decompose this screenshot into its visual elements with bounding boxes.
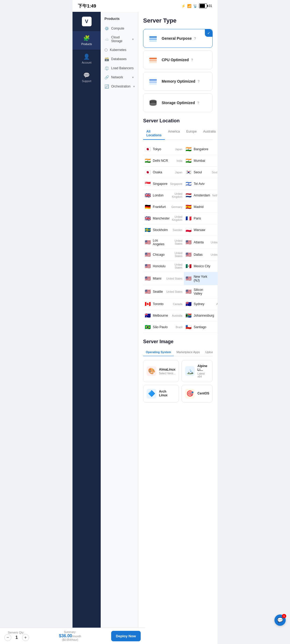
location-item-singapore[interactable]: 🇸🇬 Singapore Singapore — [143, 178, 184, 190]
location-item-mumbai[interactable]: 🇮🇳 Mumbai India — [184, 155, 218, 167]
location-item-melbourne[interactable]: 🇦🇺 Melbourne Australia — [143, 310, 184, 321]
flag-icon: 🇺🇸 — [145, 252, 151, 258]
os-icon-alpine: 🏔️ — [185, 366, 195, 376]
location-item-madrid[interactable]: 🇪🇸 Madrid Spain — [184, 201, 218, 213]
svg-rect-4 — [149, 60, 157, 61]
location-name: Paris — [194, 217, 216, 220]
location-name: Singapore — [153, 182, 168, 186]
flag-icon: 🇺🇸 — [145, 263, 151, 269]
account-icon: 👤 — [83, 53, 90, 60]
location-item-toronto[interactable]: 🇨🇦 Toronto Canada — [143, 298, 184, 310]
location-item-seoul[interactable]: 🇰🇷 Seoul South Korea — [184, 167, 218, 178]
location-item-silicon-valley[interactable]: 🇺🇸 Silicon Valley United States — [184, 285, 218, 298]
location-item-johannesburg[interactable]: 🇿🇦 Johannesburg South Africa — [184, 310, 218, 321]
type-card-memory[interactable]: Memory Optimized ? — [143, 72, 213, 91]
summary-per-hour: ($0.054/hour) — [73, 638, 108, 641]
cpu-help: ? — [191, 58, 193, 62]
os-name-almalinux: AlmaLinux — [159, 368, 175, 371]
location-item-amsterdam[interactable]: 🇳🇱 Amsterdam Netherlands — [184, 190, 218, 201]
location-item-miami[interactable]: 🇺🇸 Miami United States — [143, 272, 184, 285]
memory-optimized-name: Memory Optimized — [162, 79, 195, 83]
location-country: Australia — [216, 303, 218, 306]
tab-america[interactable]: America — [165, 127, 183, 140]
location-item-new-york-(nj)[interactable]: 🇺🇸 New York (NJ) United States — [184, 272, 218, 285]
general-purpose-name: General Purpose — [162, 36, 192, 41]
page-title: Server Type — [143, 17, 213, 24]
location-name: Los Angeles — [153, 239, 167, 246]
location-item-sydney[interactable]: 🇦🇺 Sydney Australia — [184, 298, 218, 310]
menu-item-network[interactable]: 🔗 Network ▼ — [101, 73, 138, 82]
network-menu-label: Network — [111, 75, 123, 79]
svg-rect-8 — [149, 83, 157, 85]
flag-icon: 🇩🇪 — [145, 204, 151, 210]
location-item-atlanta[interactable]: 🇺🇸 Atlanta United States — [184, 236, 218, 249]
location-item-mexico-city[interactable]: 🇲🇽 Mexico City Mexico — [184, 261, 218, 272]
menu-item-cloud-storage[interactable]: ☁️ Cloud Storage ▼ — [101, 33, 138, 45]
location-item-delhi-ncr[interactable]: 🇮🇳 Delhi NCR India — [143, 155, 184, 167]
os-card-almalinux[interactable]: 🎨 AlmaLinux Select Versi... — [143, 360, 179, 382]
location-item-dallas[interactable]: 🇺🇸 Dallas United States — [184, 249, 218, 261]
location-item-tel-aviv[interactable]: 🇮🇱 Tel Aviv Israel — [184, 178, 218, 190]
cpu-optimized-name: CPU Optimized — [162, 58, 189, 62]
os-grid: 🎨 AlmaLinux Select Versi... 🏔️ Alpine Li… — [143, 360, 213, 402]
os-card-alpine[interactable]: 🏔️ Alpine Li... Latest x64 — [182, 360, 213, 382]
menu-item-databases[interactable]: 🗃️ Databases — [101, 54, 138, 64]
compute-menu-icon: ⚙️ — [104, 26, 109, 31]
deploy-now-button[interactable]: Deploy Now — [111, 631, 141, 641]
svg-rect-7 — [149, 81, 157, 83]
os-icon-almalinux: 🎨 — [147, 366, 156, 376]
logo-icon[interactable]: V — [82, 17, 92, 26]
status-time: 下午1:49 — [78, 3, 96, 9]
location-name: São Paulo — [153, 325, 173, 329]
location-item-london[interactable]: 🇬🇧 London United Kingdom — [143, 190, 184, 201]
tab-marketplace[interactable]: Marketplace Apps — [174, 348, 202, 356]
location-name: Toronto — [153, 302, 171, 306]
location-item-chicago[interactable]: 🇺🇸 Chicago United States — [143, 249, 184, 261]
tab-europe[interactable]: Europe — [183, 127, 200, 140]
tab-upload-iso[interactable]: Upload ISO — [203, 348, 213, 356]
menu-item-load-balancers[interactable]: ⚖️ Load Balancers — [101, 64, 138, 73]
location-item-los-angeles[interactable]: 🇺🇸 Los Angeles United States — [143, 236, 184, 249]
type-card-storage[interactable]: Storage Optimized ? — [143, 93, 213, 112]
location-item-stockholm[interactable]: 🇸🇪 Stockholm Sweden — [143, 224, 184, 236]
flag-icon: 🇵🇱 — [186, 227, 191, 233]
sidebar-item-products[interactable]: 🧩 Products — [73, 31, 101, 50]
menu-item-compute[interactable]: ⚙️ Compute — [101, 24, 138, 33]
location-country: United States — [211, 253, 218, 256]
tab-australia[interactable]: Australia — [200, 127, 218, 140]
location-item-paris[interactable]: 🇫🇷 Paris France — [184, 213, 218, 224]
location-item-seattle[interactable]: 🇺🇸 Seattle United States — [143, 285, 184, 298]
location-name: Seattle — [153, 290, 164, 294]
menu-item-orchestration[interactable]: 🔄 Orchestration ▼ — [101, 82, 138, 91]
location-item-osaka[interactable]: 🇯🇵 Osaka Japan — [143, 167, 184, 178]
location-item-frankfurt[interactable]: 🇩🇪 Frankfurt Germany — [143, 201, 184, 213]
orchestration-menu-icon: 🔄 — [104, 84, 109, 89]
storage-help: ? — [197, 101, 199, 105]
location-country: United States — [168, 263, 182, 269]
tab-all-locations[interactable]: All Locations — [143, 127, 165, 140]
tab-os[interactable]: Operating System — [143, 348, 174, 356]
sidebar-item-account[interactable]: 👤 Account — [73, 50, 101, 68]
os-card-centos[interactable]: 🎯 CentOS — [182, 385, 213, 402]
sidebar-item-support[interactable]: 💬 Support — [73, 68, 101, 87]
sidebar-products-label: Products — [81, 43, 92, 46]
battery-icon — [199, 3, 207, 8]
location-item-são-paulo[interactable]: 🇧🇷 São Paulo Brazil — [143, 321, 184, 333]
type-card-cpu[interactable]: CPU Optimized ? — [143, 50, 213, 69]
location-country: South Korea — [212, 171, 218, 174]
kubernetes-menu-icon: ⬡ — [104, 48, 108, 52]
flag-icon: 🇧🇷 — [145, 324, 151, 330]
location-item-honolulu[interactable]: 🇺🇸 Honolulu United States — [143, 261, 184, 272]
compute-menu-label: Compute — [111, 27, 124, 30]
menu-item-kubernetes[interactable]: ⬡ Kubernetes — [101, 45, 138, 54]
location-item-santiago[interactable]: 🇨🇱 Santiago Chile — [184, 321, 218, 333]
location-item-warsaw[interactable]: 🇵🇱 Warsaw Poland — [184, 224, 218, 236]
flag-icon: 🇦🇺 — [145, 313, 151, 319]
location-item-manchester[interactable]: 🇬🇧 Manchester United Kingdom — [143, 213, 184, 224]
os-card-archlinux[interactable]: 🔷 Arch Linux — [143, 385, 179, 402]
type-card-general[interactable]: General Purpose ? ✓ — [143, 29, 213, 48]
location-item-bangalore[interactable]: 🇮🇳 Bangalore India — [184, 144, 218, 155]
flag-icon: 🇺🇸 — [145, 276, 151, 281]
location-name: Warsaw — [194, 228, 216, 232]
location-item-tokyo[interactable]: 🇯🇵 Tokyo Japan — [143, 144, 184, 155]
